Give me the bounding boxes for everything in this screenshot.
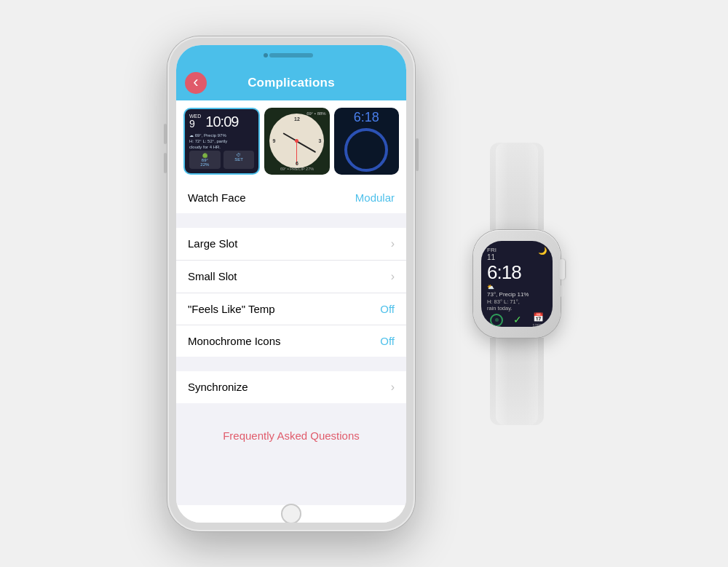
mod-compl-1: 🟢69°22% [189,151,221,169]
mod-date: WED 9 [189,114,201,130]
watch-crown[interactable] [559,259,565,279]
nav-title: Complications [248,76,335,90]
bottom-spacer [176,453,406,468]
modular-top: WED 9 10:09 [189,114,254,130]
watch-top-row: FRI 11 🌙 [487,247,547,261]
watch-weather-sub: H: 83° L: 71°,rain today. [487,298,547,313]
watch-face-preview-modular[interactable]: WED 9 10:09 ☁ 69°, Precip 97%H: 72° L: 5… [183,108,260,175]
check-icon: ✓ [513,314,522,325]
watch-compl-check: ✓ [513,314,522,326]
settings-row-sync[interactable]: Synchronize › [176,371,406,403]
small-slot-label: Small Slot [188,270,237,282]
watch-date-num: 11 [487,253,496,261]
watch-side-button[interactable] [560,285,564,297]
clock-face: 12 3 6 9 [269,114,324,168]
watch-weather-main: 73°, Precip 11% [487,291,547,298]
power-button [416,138,419,171]
settings-row-feels-like[interactable]: "Feels Like" Temp Off [176,293,406,325]
blue-ring [344,128,388,172]
moon-icon: 🌙 [538,247,547,255]
monochrome-label: Monochrome Icons [188,335,281,347]
faq-section: Frequently Asked Questions [176,418,406,453]
clock-3: 3 [319,138,322,143]
minute-hand [297,140,317,152]
settings-row-small-slot[interactable]: Small Slot › [176,261,406,293]
feels-like-value: Off [380,303,395,315]
watch-weather-icon: ⛅ [487,284,547,290]
watch-date: FRI 11 [487,247,496,261]
settings-section-sync: Synchronize › [176,371,406,403]
clock-6: 6 [296,161,298,166]
watch-band-top [490,143,544,230]
watch-compl-activity [490,314,503,327]
faq-link[interactable]: Frequently Asked Questions [223,429,360,442]
iphone-status-bar [176,45,406,66]
analog-info: 69° • 88% [306,111,326,116]
watch-face-previews: WED 9 10:09 ☁ 69°, Precip 97%H: 72° L: 5… [176,100,406,182]
activity-ring-icon [490,314,503,327]
iphone-screen: Complications WED 9 10:09 ☁ 69°, Precip … [176,45,406,523]
mod-time: 10:09 [205,114,238,130]
mod-complications: 🟢69°22% ⏱SET [189,151,254,169]
blue-time: 6:18 [354,110,379,125]
back-button[interactable] [185,72,207,94]
home-indicator[interactable] [176,505,406,523]
watch-day-name: FRI [487,247,496,253]
watch-face-preview-blue[interactable]: 6:18 [334,108,399,175]
watch-time: 6:18 [487,263,547,282]
scene: Complications WED 9 10:09 ☁ 69°, Precip … [0,0,728,567]
settings-section-watch-face: Watch Face Modular [176,182,406,213]
navigation-bar: Complications [176,66,406,100]
iphone-device: Complications WED 9 10:09 ☁ 69°, Precip … [167,36,415,531]
watch-band-bottom [490,338,544,425]
watch-compl-calendar: 📅 12PM [532,312,544,327]
activity-ring-inner [495,318,499,322]
large-slot-label: Large Slot [188,237,237,250]
analog-bottom: 69° • PRECIP 27% [264,167,329,171]
calendar-icon: 📅 [533,312,544,322]
volume-down-button [164,153,167,173]
blue-content: 6:18 [344,110,388,172]
volume-up-button [164,124,167,144]
watch-face-label: Watch Face [188,191,245,204]
sync-chevron-icon: › [391,381,395,394]
settings-section-slots: Large Slot › Small Slot › "Feels Like" T… [176,228,406,357]
small-slot-chevron-icon: › [391,270,395,283]
home-button[interactable] [281,504,301,523]
camera-dot [264,53,268,58]
mod-compl-2: ⏱SET [223,151,255,169]
feels-like-label: "Feels Like" Temp [188,303,275,315]
clock-9: 9 [272,138,275,143]
watch-screen: FRI 11 🌙 6:18 ⛅ 73°, Precip 11% H: 83° L… [481,241,553,327]
settings-row-watch-face[interactable]: Watch Face Modular [176,182,406,213]
watch-screen-content: FRI 11 🌙 6:18 ⛅ 73°, Precip 11% H: 83° L… [487,247,547,321]
settings-row-monochrome[interactable]: Monochrome Icons Off [176,325,406,357]
settings-row-large-slot[interactable]: Large Slot › [176,228,406,261]
mod-day-num: 9 [189,119,201,130]
watch-face-preview-analog[interactable]: 69° • 88% 12 3 6 9 69° • PRECIP 27% [264,108,329,175]
apple-watch-device: FRI 11 🌙 6:18 ⛅ 73°, Precip 11% H: 83° L… [473,143,561,425]
monochrome-value: Off [380,335,395,347]
watch-body: FRI 11 🌙 6:18 ⛅ 73°, Precip 11% H: 83° L… [473,230,561,338]
sync-label: Synchronize [188,381,248,393]
settings-container: Watch Face Modular Large Slot › Small Sl… [176,182,406,505]
calendar-time-label: 12PM [532,323,544,327]
watch-face-value: Modular [355,191,395,204]
mod-weather: ☁ 69°, Precip 97%H: 72° L: 52°, partlycl… [189,132,254,151]
watch-complications: ✓ 📅 12PM [487,312,547,327]
large-slot-chevron-icon: › [391,237,395,250]
clock-12: 12 [294,116,300,122]
